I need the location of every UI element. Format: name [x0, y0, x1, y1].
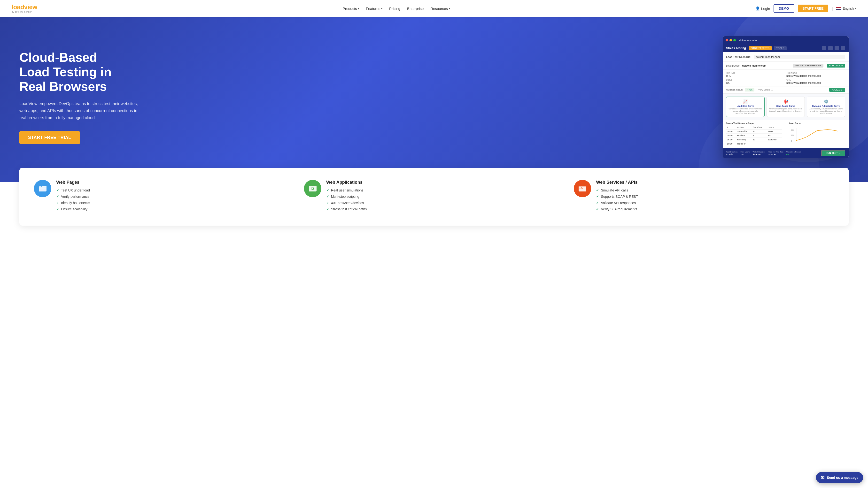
scenario-row: Load Test Scenario: dotcom-monitor.com — [723, 52, 848, 62]
check-icon: ✓ — [326, 188, 329, 192]
curve-desc-2: Automatically adjusts concurrent users t… — [769, 108, 803, 112]
col-time: # — [726, 125, 736, 130]
chevron-down-icon: ▾ — [449, 7, 450, 10]
test-name-val: https://www.dotcom-monitor.com — [786, 74, 845, 77]
start-trial-button[interactable]: START FREE TRIAL — [20, 131, 80, 144]
web-pages-title: Web Pages — [56, 180, 294, 185]
screenshot-mockup: dotcom-monitor Stress Testing STRESS TES… — [723, 36, 848, 158]
test-type-label: Test Type — [726, 72, 785, 74]
curve-card-3[interactable]: ⚙️ Dynamic Adjustable Curve Automaticall… — [807, 97, 845, 117]
edit-button[interactable]: EDIT DEVICE — [827, 64, 845, 68]
run-test-button[interactable]: RUN TEST → — [821, 150, 845, 156]
curve-icon-2: 🎯 — [769, 99, 803, 104]
logo[interactable]: loadview by dotcom-monitor — [11, 4, 37, 13]
nav-item-pricing[interactable]: Pricing — [389, 6, 400, 11]
stress-header: Stress Testing STRESS TESTS TOOLS — [723, 44, 848, 52]
nav-link-resources[interactable]: Resources ▾ — [430, 6, 450, 11]
duration-label: Test Duration — [726, 151, 738, 153]
hero-description: LoadView empowers DevOps teams to stress… — [20, 100, 141, 122]
validate-label: Validation Result: — [726, 89, 743, 91]
footer-status-label: Validation Result — [786, 151, 800, 153]
login-button[interactable]: 👤 Login — [755, 6, 770, 11]
curve-card-1[interactable]: 📈 Load Step Curve Generates loads with a… — [726, 97, 765, 117]
list-item: ✓40+ browsers/devices — [326, 201, 564, 205]
web-services-details: Web Services / APIs ✓Simulate API calls … — [596, 180, 834, 214]
footer-status: Validation Result OK — [786, 151, 800, 156]
list-item: ✓Verify SLA requirements — [596, 207, 834, 211]
demo-button[interactable]: DEMO — [774, 4, 795, 12]
minimize-dot — [730, 39, 732, 41]
chevron-down-icon: ▾ — [358, 7, 359, 10]
validation-status: ✓ OK — [745, 88, 754, 92]
device-val: dotcom-monitor.com — [742, 64, 766, 67]
device-row: Load Device: dotcom-monitor.com ADJUST U… — [723, 62, 848, 70]
nav-item-enterprise[interactable]: Enterprise — [407, 6, 424, 11]
check-icon: ✓ — [56, 195, 59, 198]
check-icon: ✓ — [596, 207, 599, 211]
nav-item-resources[interactable]: Resources ▾ — [430, 6, 450, 11]
nav-link-pricing[interactable]: Pricing — [389, 6, 400, 11]
col-users: Users — [767, 125, 782, 130]
nav-links: Products ▾ Features ▾ Pricing Enterprise… — [343, 6, 450, 11]
url-val: https://www.dotcom-monitor.com — [786, 82, 845, 84]
nav-right: 👤 Login DEMO START FREE | English ▾ — [755, 4, 857, 12]
table-row: 00:00 Start With 10 users — [726, 130, 782, 134]
check-icon: ✓ — [596, 195, 599, 198]
check-icon: ✓ — [56, 188, 59, 192]
scenario-label: Load Test Scenario: — [726, 56, 751, 58]
table-row: 05:00 Raise By 10 users/min — [726, 138, 782, 142]
features-card: Web Pages ✓Test UX under load ✓Verify pe… — [20, 168, 848, 226]
hero-title: Cloud-BasedLoad Testing inReal Browsers — [20, 51, 417, 94]
features-section: Web Pages ✓Test UX under load ✓Verify pe… — [0, 168, 868, 245]
feature-web-pages: Web Pages ✓Test UX under load ✓Verify pe… — [34, 180, 294, 214]
close-dot — [725, 39, 728, 41]
svg-text:</>: </> — [580, 187, 583, 190]
nav-link-products[interactable]: Products ▾ — [343, 6, 359, 11]
users-label: Max Users — [740, 151, 750, 153]
stress-tab-1[interactable]: STRESS TESTS — [749, 46, 772, 51]
hero-content: Cloud-BasedLoad Testing inReal Browsers … — [20, 51, 417, 144]
web-apps-list: ✓Real user simulations ✓Multi-step scrip… — [326, 188, 564, 211]
mockup-footer: Test Duration 42 min Max Users 210 Walle… — [723, 148, 848, 158]
divider: | — [832, 6, 833, 11]
features-grid: Web Pages ✓Test UX under load ✓Verify pe… — [34, 180, 834, 214]
curve-icon-3: ⚙️ — [809, 99, 843, 104]
check-icon: ✓ — [326, 207, 329, 211]
web-pages-icon — [38, 184, 47, 193]
footer-duration: Test Duration 42 min — [726, 151, 738, 156]
logo-text: loadview — [11, 4, 37, 10]
view-details-link[interactable]: View Details ⓘ — [758, 88, 827, 92]
navbar: loadview by dotcom-monitor Products ▾ Fe… — [0, 0, 868, 17]
duration-val: 42 min — [726, 153, 738, 156]
svg-rect-14 — [39, 189, 46, 191]
validate-button[interactable]: VALIDATE — [829, 88, 845, 92]
check-icon: ✓ — [56, 201, 59, 205]
logo-part1: load — [11, 3, 24, 11]
svg-rect-13 — [39, 188, 46, 188]
adjust-button[interactable]: ADJUST USER BEHAVIOR — [793, 64, 824, 68]
start-free-button[interactable]: START FREE — [798, 5, 829, 12]
status-field: Status OK — [726, 79, 785, 84]
stress-tab-2[interactable]: TOOLS — [774, 46, 787, 51]
test-type-val: URL — [726, 74, 785, 77]
footer-cost: Cost for This Test $184.95 — [768, 151, 783, 156]
nav-item-products[interactable]: Products ▾ — [343, 6, 359, 11]
svg-point-12 — [41, 186, 42, 187]
list-item: ✓Validate API responses — [596, 201, 834, 205]
nav-item-features[interactable]: Features ▾ — [366, 6, 382, 11]
load-curve-chart: 0 100 200 Time 10:00 20:00 30:00 40:00 — [789, 125, 845, 142]
list-item: ✓Stress test critical paths — [326, 207, 564, 211]
language-selector[interactable]: English ▾ — [836, 6, 857, 10]
stress-icons — [822, 46, 845, 51]
curve-name-1: Load Step Curve — [728, 105, 763, 107]
nav-link-enterprise[interactable]: Enterprise — [407, 6, 424, 11]
curve-card-2[interactable]: 🎯 Goal-Based Curve Automatically adjusts… — [767, 97, 805, 117]
svg-text:100: 100 — [791, 134, 794, 136]
stress-tabs: STRESS TESTS TOOLS — [749, 46, 787, 51]
steps-chart: Stress Test Scenario Steps # Action Dura… — [723, 120, 848, 148]
nav-link-features[interactable]: Features ▾ — [366, 6, 382, 11]
svg-point-11 — [39, 186, 40, 187]
list-item: ✓Multi-step scripting — [326, 195, 564, 198]
web-pages-details: Web Pages ✓Test UX under load ✓Verify pe… — [56, 180, 294, 214]
stress-page-title: Stress Testing — [726, 46, 746, 50]
